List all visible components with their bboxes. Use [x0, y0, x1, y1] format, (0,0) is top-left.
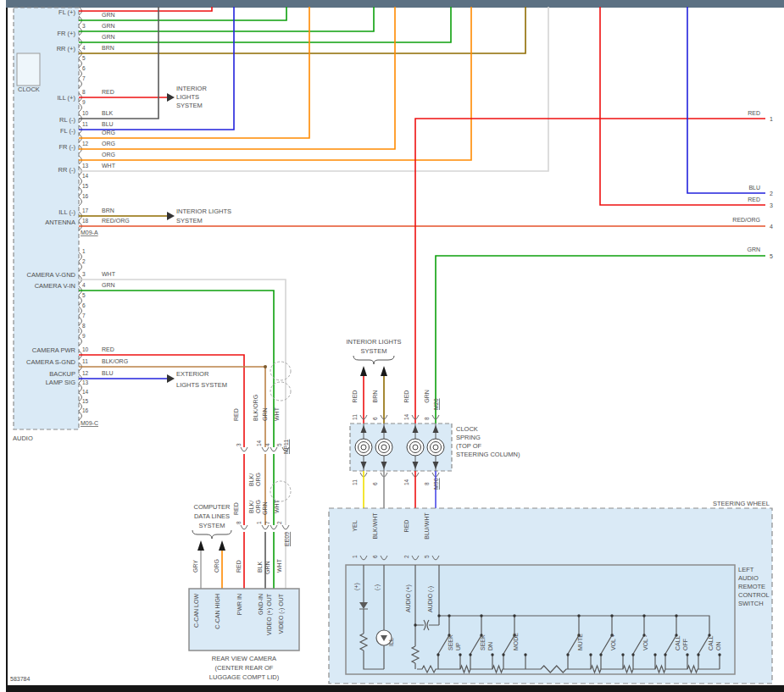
switch-box-label: SWITCH	[738, 600, 764, 607]
wire-color: BRN	[102, 45, 114, 51]
pin-num: 14	[403, 413, 409, 420]
switch-box-label: CONTROL	[738, 591, 770, 599]
pin-num: 6	[372, 555, 378, 558]
camera-pin-gnd-in: GND-IN	[258, 594, 264, 615]
interior-lights-system-3: INTERIOR LIGHTS	[346, 338, 401, 346]
pin-num: 15	[82, 183, 89, 189]
pin-num: 3	[236, 443, 242, 446]
steering-wheel-box	[329, 508, 772, 684]
wire-color: GRN	[262, 501, 268, 515]
pin-num: 13	[82, 379, 89, 385]
audio-box-label: AUDIO	[13, 435, 33, 442]
switch-seek-dn: DN	[487, 642, 493, 650]
wire-color: RED	[102, 346, 114, 352]
bottom-bar	[6, 685, 784, 692]
terminal-2-num: 2	[770, 191, 773, 197]
clock-spring-label: SPRING	[456, 434, 481, 441]
pin-num: 6	[372, 417, 378, 420]
pin-label-ill-minus: ILL (-)	[58, 208, 75, 216]
wire-color: WHT	[274, 407, 280, 421]
camera-caption: LUGGAGE COMPT LID)	[209, 673, 280, 681]
camera-pin-ccan-high: C-CAN HIGH	[214, 594, 220, 629]
pin-num: 9	[82, 333, 86, 339]
pin-label-rr-minus: RR (-)	[58, 166, 76, 174]
pin-label-fr-plus: FR (+)	[58, 30, 76, 37]
pin-label-camera-sgnd: CAMERA S-GND	[26, 358, 76, 366]
wire-color: BLK/WHT	[372, 512, 378, 540]
diagram-number: 583784	[10, 676, 30, 682]
switch-mute: MUTE	[577, 634, 583, 650]
terminal-5-num: 5	[770, 253, 773, 259]
pin-num: 17	[82, 208, 89, 213]
terminal-1-num: 1	[770, 116, 773, 122]
pin-num: 5	[82, 292, 86, 298]
wire-color: RED	[233, 408, 239, 421]
wire-color: BLK/ORG	[102, 358, 128, 364]
pin-label-camera-pwr: CAMERA PWR	[32, 346, 76, 354]
switch-call-on: ON	[715, 642, 721, 651]
switch-pin-plus: (+)	[353, 583, 360, 590]
wire-color: GRN	[102, 12, 115, 18]
pin-num: 11	[352, 414, 358, 420]
pin-num: 7	[82, 313, 86, 318]
pin-label-lamp-sig: LAMP SIG	[46, 379, 75, 386]
wire-color: BLK/	[248, 473, 254, 486]
ill-lamp-label: ILL	[388, 638, 394, 646]
wire-color: RED	[403, 520, 409, 533]
pin-num: 9	[82, 99, 86, 105]
wire-color: RED/ORG	[102, 218, 130, 224]
pin-num: 7	[82, 75, 86, 81]
wire-color: ORG	[102, 141, 115, 147]
switch-mode: MODE	[513, 633, 519, 650]
pin-num: 16	[82, 193, 89, 199]
pin-num: 1	[82, 248, 86, 254]
wire-color: BLU	[102, 121, 114, 127]
wire-color: WHT	[102, 163, 116, 169]
pin-num: 1	[256, 521, 262, 524]
connector-id-m20: M20	[433, 398, 439, 410]
pin-num: 14	[82, 173, 89, 179]
pin-num: 8	[424, 482, 430, 485]
pin-num: 2	[276, 521, 282, 524]
wiring-diagram-page: CLOCKAUDIOM09-AM09-CFL (+)FR (+)RR (+)IL…	[0, 0, 784, 692]
wire-color: WHT	[276, 558, 282, 573]
pin-label-fl-minus: FL (-)	[60, 127, 76, 135]
pin-num: 5	[424, 555, 430, 558]
wire-color: BLK	[257, 561, 263, 573]
switch-call-off: OFF	[682, 639, 688, 650]
pin-num: 15	[82, 398, 89, 404]
clock-spring-label: STEERING COLUMN)	[456, 451, 520, 458]
pin-label-backup: BACKUP	[49, 370, 75, 378]
switch-pin-minus: (-)	[374, 584, 381, 590]
pin-label-fr-minus: FR (-)	[58, 143, 75, 151]
wire-color: BLK/ORG	[253, 395, 259, 421]
connector-id-mf11: MF11	[283, 440, 289, 454]
pin-num: 7	[264, 521, 270, 524]
pin-num: 3	[82, 23, 86, 29]
pin-num: 11	[352, 479, 358, 485]
switch-seek-dn: SEEK	[480, 634, 486, 650]
steering-wheel-label: STEERING WHEEL	[713, 500, 770, 507]
pin-num: 12	[82, 141, 89, 147]
pin-num: 11	[82, 358, 88, 364]
wire-color: ORG	[214, 559, 220, 573]
switch-vol-up: VOL +	[610, 634, 616, 650]
pin-num: 11	[82, 121, 88, 127]
clock-spring-label: (TOP OF	[456, 442, 482, 450]
pin-num: 14	[82, 389, 89, 395]
pin-label-antenna: ANTENNA	[45, 219, 75, 226]
wire-color: GRN	[102, 34, 115, 40]
pin-num: 10	[82, 110, 89, 116]
pin-num: 2	[403, 555, 409, 558]
wire-color: RED	[236, 560, 242, 573]
wire-color: ORG	[102, 152, 115, 158]
wire-color: BLK/	[248, 501, 254, 513]
top-bar	[6, 0, 784, 8]
connector-id-m09a: M09-A	[81, 230, 98, 235]
pin-label-camera-vgnd: CAMERA V-GND	[26, 271, 75, 279]
interior-lights-system-2: INTERIOR LIGHTS	[176, 208, 231, 215]
connector-id-ee09: EE09	[284, 532, 290, 546]
terminal-1-color: RED	[748, 110, 760, 116]
wire-color: BLU/WHT	[424, 512, 430, 540]
wire-color: YEL	[352, 520, 358, 531]
